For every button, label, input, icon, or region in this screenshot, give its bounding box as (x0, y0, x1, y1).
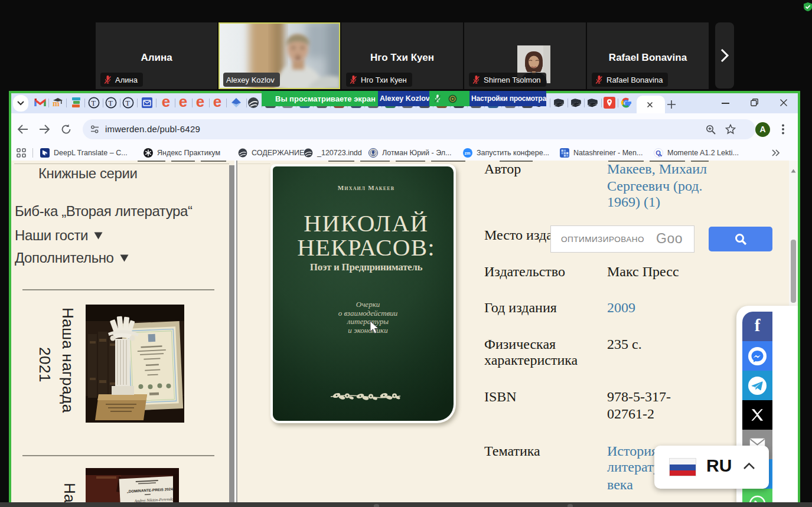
svg-text:zm: zm (465, 151, 471, 155)
svg-text:T: T (109, 99, 113, 107)
svg-text:T: T (92, 99, 96, 107)
svg-text:T: T (126, 99, 131, 107)
